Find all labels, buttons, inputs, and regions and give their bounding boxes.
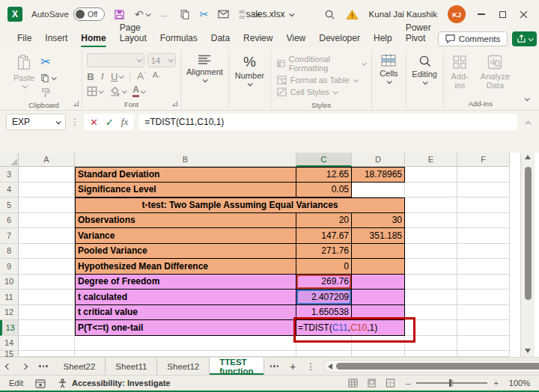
cell-C11[interactable]: 2.407209	[296, 290, 352, 305]
mail-icon[interactable]	[218, 10, 229, 19]
column-header-F[interactable]: F	[457, 153, 510, 167]
tab-help[interactable]: Help	[367, 30, 399, 48]
cell-C7[interactable]: 147.67	[296, 228, 352, 244]
row-header-11[interactable]: 11	[0, 290, 19, 305]
page-layout-view-icon[interactable]	[367, 379, 377, 388]
cell-C6[interactable]: 20	[296, 213, 352, 229]
cell-A10[interactable]	[19, 275, 75, 290]
row-header-13[interactable]: 13	[0, 320, 19, 336]
column-header-A[interactable]: A	[19, 153, 75, 167]
row-header-3[interactable]: 3	[0, 167, 19, 183]
cell-F12[interactable]	[457, 305, 510, 321]
row-header-12[interactable]: 12	[0, 305, 19, 321]
row-header-9[interactable]: 9	[0, 259, 19, 275]
avatar[interactable]: KJ	[448, 5, 466, 23]
column-header-B[interactable]: B	[75, 153, 296, 167]
cell-F9[interactable]	[457, 259, 510, 275]
cell-D7[interactable]: 351.185	[352, 228, 405, 244]
cell-B3[interactable]: Standard Deviation	[75, 167, 296, 183]
cell-A7[interactable]	[19, 228, 75, 244]
horizontal-scroll-thumb[interactable]	[336, 363, 539, 370]
grow-font-button[interactable]: Aˆ	[137, 70, 145, 82]
zoom-in-icon[interactable]: +	[493, 379, 498, 388]
cell-B4[interactable]: Significance Level	[75, 183, 296, 198]
cell-F10[interactable]	[457, 275, 510, 290]
cell-B10[interactable]: Degree of Freedom	[75, 275, 296, 290]
back-icon[interactable]: ←	[159, 8, 170, 20]
row-header-7[interactable]: 7	[0, 228, 19, 244]
confirm-entry-icon[interactable]: ✓	[106, 117, 114, 128]
tab-formulas[interactable]: Formulas	[153, 30, 204, 48]
cell-F13[interactable]	[457, 320, 510, 336]
more-sheets-left-icon[interactable]	[33, 358, 54, 375]
cell-A6[interactable]	[19, 213, 75, 229]
fill-color-icon[interactable]	[109, 86, 126, 97]
analyze-data-button[interactable]: AnalyzeData	[476, 52, 514, 93]
column-header-E[interactable]: E	[405, 153, 457, 167]
copy-icon[interactable]	[40, 73, 55, 83]
search-icon[interactable]	[324, 9, 335, 20]
cell-F6[interactable]	[457, 213, 510, 229]
cell-F7[interactable]	[457, 228, 510, 244]
cell-E11[interactable]	[405, 290, 457, 305]
editing-button[interactable]: Editing	[407, 52, 442, 88]
cell-E7[interactable]	[405, 228, 457, 244]
alignment-button[interactable]: Alignment	[182, 52, 228, 85]
zoom-slider[interactable]	[416, 382, 487, 384]
cell-A12[interactable]	[19, 305, 75, 321]
vertical-scrollbar[interactable]	[520, 153, 535, 357]
cell-D8[interactable]	[352, 244, 405, 260]
cell-A14[interactable]	[19, 336, 75, 352]
cell-styles-button[interactable]: Cell Styles	[277, 88, 365, 97]
row-header-14[interactable]: 14	[0, 336, 19, 352]
cell-A3[interactable]	[19, 167, 75, 183]
cell-A15[interactable]	[19, 351, 75, 357]
conditional-formatting-button[interactable]: Conditional Formatting	[277, 55, 365, 73]
copy-icon[interactable]	[180, 9, 190, 20]
cell-B11[interactable]: t calculated	[75, 290, 296, 305]
cell-D9[interactable]	[352, 259, 405, 275]
shrink-font-button[interactable]: Aˇ	[153, 70, 160, 82]
vertical-scroll-thumb[interactable]	[525, 167, 532, 300]
close-button[interactable]	[518, 9, 529, 19]
cell-D3[interactable]: 18.78965	[352, 167, 405, 183]
sheet-tab-sheet11[interactable]: Sheet11	[106, 358, 157, 375]
minimize-button[interactable]	[476, 9, 487, 19]
clipboard-dialog-launcher-icon[interactable]	[73, 101, 79, 106]
tab-file[interactable]: File	[10, 30, 38, 48]
cell-E8[interactable]	[405, 244, 457, 260]
tab-insert[interactable]: Insert	[38, 30, 74, 48]
font-name-combo[interactable]	[87, 53, 144, 67]
cell-B13[interactable]: P(T<=t) one-tail	[75, 320, 296, 336]
share-button[interactable]	[512, 31, 537, 46]
format-painter-icon[interactable]	[40, 88, 55, 97]
number-format-button[interactable]: % Number	[231, 52, 269, 89]
collapse-formula-bar-icon[interactable]	[522, 115, 535, 129]
cell-C15[interactable]	[296, 351, 352, 357]
cell-B6[interactable]: Observations	[75, 213, 296, 229]
cell-C10[interactable]: 269.76	[296, 275, 352, 290]
cell-F14[interactable]	[457, 336, 510, 352]
cell-D15[interactable]	[352, 351, 405, 357]
prev-sheet-icon[interactable]	[0, 358, 16, 375]
user-name[interactable]: Kunal Jai Kaushik	[369, 10, 437, 19]
document-title[interactable]: sales.xlsx	[246, 0, 293, 28]
zoom-slider-thumb[interactable]	[449, 379, 451, 387]
sheet-tab-ttest-function[interactable]: TTEST function	[210, 358, 264, 375]
formula-input[interactable]: =TDIST(C11,C10,1)	[138, 114, 517, 130]
tab-page-layout[interactable]: Page Layout	[113, 19, 153, 48]
cell-B5-merged[interactable]: t-test: Two Sample Assuming Equal Varian…	[75, 197, 405, 213]
next-sheet-icon[interactable]	[16, 358, 33, 375]
autosave-toggle[interactable]: Off	[73, 7, 105, 21]
cell-D4[interactable]	[352, 183, 405, 198]
tab-view[interactable]: View	[279, 30, 312, 48]
collapse-ribbon-icon[interactable]	[517, 91, 536, 110]
cell-E9[interactable]	[405, 259, 457, 275]
namebox-splitter-icon[interactable]: ⋮	[70, 117, 79, 127]
cell-E5[interactable]	[405, 197, 457, 213]
tab-review[interactable]: Review	[237, 30, 279, 48]
font-color-icon[interactable]: A	[133, 85, 144, 97]
accessibility-status[interactable]: Accessibility: Investigate	[58, 379, 170, 388]
row-header-10[interactable]: 10	[0, 275, 19, 290]
cut-icon[interactable]: ✂	[40, 55, 55, 69]
